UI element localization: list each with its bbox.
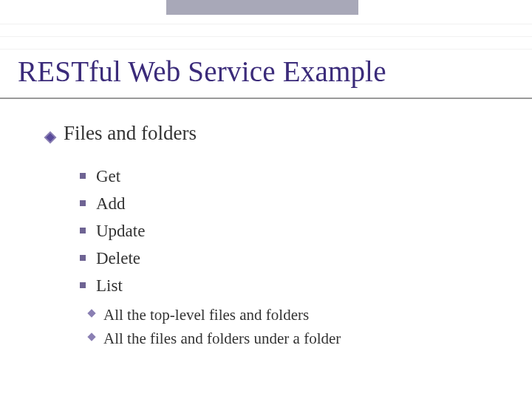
list-item-label: Delete xyxy=(96,249,140,267)
square-bullet-icon xyxy=(80,200,86,206)
list-item: Delete xyxy=(96,245,145,272)
diamond-bullet-icon xyxy=(87,309,95,317)
list-item: All the files and folders under a folder xyxy=(103,327,341,350)
list-item-label: All the files and folders under a folder xyxy=(103,330,341,347)
square-bullet-icon xyxy=(80,173,86,179)
list-item-label: Update xyxy=(96,222,145,240)
square-bullet-icon xyxy=(80,255,86,261)
square-bullet-icon xyxy=(80,282,86,288)
decorative-line xyxy=(0,49,532,50)
list-item: List xyxy=(96,272,145,299)
diamond-bullet-icon xyxy=(87,332,95,341)
list-item: Add xyxy=(96,190,145,217)
list-item-label: All the top-level files and folders xyxy=(103,306,309,324)
decorative-line xyxy=(0,24,532,24)
list-item-label: Get xyxy=(96,167,120,185)
decorative-line xyxy=(0,36,532,37)
subsubitem-list: All the top-level files and folders All … xyxy=(103,303,341,350)
list-item: Update xyxy=(96,217,145,245)
slide: RESTful Web Service Example Files and fo… xyxy=(0,0,532,399)
square-bullet-icon xyxy=(80,228,86,233)
section-heading: Files and folders xyxy=(64,122,197,145)
diamond-bullet-icon xyxy=(44,132,57,144)
list-item: Get xyxy=(96,163,145,190)
list-item: All the top-level files and folders xyxy=(103,303,341,327)
title-underline xyxy=(0,98,532,99)
list-item-label: Add xyxy=(96,194,126,213)
top-decorative-bar xyxy=(166,0,358,15)
slide-title: RESTful Web Service Example xyxy=(18,55,386,88)
list-item-label: List xyxy=(96,276,123,295)
subitem-list: Get Add Update Delete List xyxy=(96,163,145,299)
